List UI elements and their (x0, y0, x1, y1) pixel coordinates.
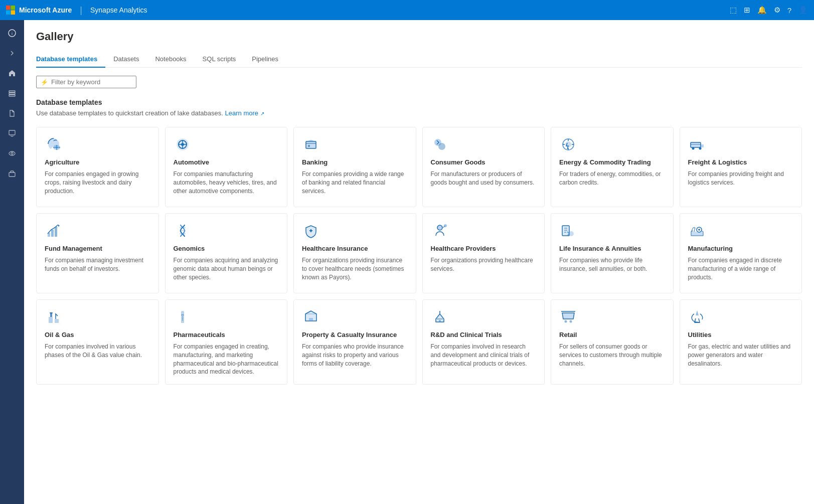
tab-datasets[interactable]: Datasets (105, 51, 147, 68)
card-title-automotive: Automotive (174, 158, 279, 166)
card-property-casualty[interactable]: Property & Casualty InsuranceFor compani… (293, 299, 416, 385)
sidebar-icon-home[interactable] (3, 64, 21, 82)
portal-icon[interactable]: ⬚ (730, 6, 737, 15)
svg-point-7 (11, 152, 13, 154)
tab-pipelines[interactable]: Pipelines (244, 51, 286, 68)
section-desc: Use database templates to quickstart cre… (36, 109, 802, 117)
sidebar-icon-expand[interactable] (3, 44, 21, 62)
svg-text:i: i (12, 31, 13, 36)
card-desc-freight: For companies providing freight and logi… (688, 170, 794, 187)
card-desc-property-casualty: For companies who provide insurance agai… (302, 343, 408, 368)
settings-icon[interactable]: ⚙ (774, 6, 780, 15)
user-icon[interactable]: 👤 (798, 6, 808, 15)
card-icon-retail (559, 308, 577, 326)
tab-notebooks[interactable]: Notebooks (147, 51, 194, 68)
card-icon-freight (688, 135, 706, 153)
sidebar-icon-file[interactable] (3, 104, 21, 122)
tab-sql-scripts[interactable]: SQL scripts (195, 51, 244, 68)
external-link-icon: ↗ (260, 111, 264, 116)
card-icon-agriculture (45, 135, 63, 153)
card-manufacturing[interactable]: ManufacturingFor companies engaged in di… (680, 213, 802, 293)
card-rnd[interactable]: R&D and Clinical TrialsFor companies inv… (422, 299, 545, 385)
card-desc-life-insurance: For companies who provide life insurance… (559, 256, 665, 273)
card-title-freight: Freight & Logistics (688, 158, 794, 166)
card-icon-banking (302, 135, 320, 153)
svg-rect-26 (51, 230, 54, 237)
card-title-genomics: Genomics (174, 245, 279, 252)
card-title-retail: Retail (559, 331, 665, 339)
card-desc-utilities: For gas, electric and water utilities an… (688, 343, 794, 368)
sidebar-icon-eye[interactable] (3, 144, 21, 162)
filter-input[interactable] (51, 78, 126, 86)
card-oil-gas[interactable]: Oil & GasFor companies involved in vario… (36, 299, 159, 385)
sidebar: i (0, 20, 24, 504)
filter-icon: ⚡ (41, 79, 48, 86)
card-agriculture[interactable]: AgricultureFor companies engaged in grow… (36, 127, 159, 207)
card-banking[interactable]: BankingFor companies providing a wide ra… (293, 127, 416, 207)
card-desc-consumer-goods: For manufacturers or producers of goods … (431, 170, 537, 187)
svg-rect-15 (308, 145, 310, 147)
card-desc-fund-management: For companies managing investment funds … (45, 256, 150, 273)
card-desc-manufacturing: For companies engaged in discrete manufa… (688, 256, 794, 281)
sidebar-icon-briefcase[interactable] (3, 164, 21, 183)
svg-rect-27 (55, 227, 57, 237)
svg-rect-39 (181, 315, 184, 323)
card-life-insurance[interactable]: Life Insurance & AnnuitiesFor companies … (551, 213, 674, 293)
card-genomics[interactable]: GenomicsFor companies acquiring and anal… (165, 213, 288, 293)
top-nav: Microsoft Azure | Synapse Analytics ⬚ ⊞ … (0, 0, 814, 20)
card-pharma[interactable]: PharmaceuticalsFor companies engaged in … (165, 299, 288, 385)
nav-divider: | (80, 5, 82, 16)
card-automotive[interactable]: AutomotiveFor companies manufacturing au… (165, 127, 288, 207)
card-desc-genomics: For companies acquiring and analyzing ge… (174, 256, 279, 281)
svg-rect-13 (306, 141, 316, 148)
bell-icon[interactable]: 🔔 (757, 6, 767, 15)
card-icon-pharma (174, 308, 192, 326)
filter-input-wrapper[interactable]: ⚡ (36, 76, 136, 88)
card-icon-automotive (174, 135, 192, 153)
card-freight[interactable]: Freight & LogisticsFor companies providi… (680, 127, 802, 207)
card-icon-manufacturing (688, 222, 706, 240)
sidebar-icon-layers[interactable] (3, 84, 21, 102)
card-retail[interactable]: RetailFor sellers of consumer goods or s… (551, 299, 674, 385)
tabs-bar: Database templates Datasets Notebooks SQ… (36, 51, 802, 68)
card-icon-oil-gas (45, 308, 63, 326)
svg-rect-22 (701, 144, 704, 147)
svg-rect-5 (9, 130, 15, 135)
sidebar-icon-chat[interactable] (3, 124, 21, 142)
card-icon-property-casualty (302, 308, 320, 326)
svg-rect-2 (9, 91, 15, 92)
svg-rect-4 (9, 95, 15, 96)
brand: Microsoft Azure (6, 6, 72, 15)
card-title-pharma: Pharmaceuticals (174, 331, 279, 339)
tab-database-templates[interactable]: Database templates (36, 51, 105, 68)
svg-point-12 (181, 143, 184, 146)
cards-container: AgricultureFor companies engaged in grow… (36, 127, 802, 385)
card-title-healthcare-providers: Healthcare Providers (431, 245, 537, 252)
card-consumer-goods[interactable]: Consumer GoodsFor manufacturers or produ… (422, 127, 545, 207)
product-name: Synapse Analytics (90, 6, 147, 14)
help-icon[interactable]: ? (787, 6, 791, 15)
svg-point-23 (692, 147, 694, 150)
cards-row-0: AgricultureFor companies engaged in grow… (36, 127, 802, 207)
card-utilities[interactable]: UtilitiesFor gas, electric and water uti… (680, 299, 802, 385)
card-healthcare-providers[interactable]: Healthcare ProvidersFor organizations pr… (422, 213, 545, 293)
card-icon-fund-management (45, 222, 63, 240)
card-icon-energy (559, 135, 577, 153)
card-icon-rnd (431, 308, 449, 326)
svg-point-33 (569, 231, 574, 236)
card-fund-management[interactable]: Fund ManagementFor companies managing in… (36, 213, 159, 293)
grid-icon[interactable]: ⊞ (744, 6, 750, 15)
card-desc-retail: For sellers of consumer goods or service… (559, 343, 665, 368)
card-energy[interactable]: Energy & Commodity TradingFor traders of… (551, 127, 674, 207)
sidebar-icon-info[interactable]: i (3, 24, 21, 42)
card-desc-pharma: For companies engaged in creating, manuf… (174, 343, 279, 376)
svg-rect-36 (49, 317, 53, 323)
svg-rect-40 (309, 318, 313, 321)
svg-point-42 (565, 320, 567, 323)
card-healthcare-insurance[interactable]: Healthcare InsuranceFor organizations pr… (293, 213, 416, 293)
svg-point-43 (570, 320, 572, 323)
svg-point-17 (438, 143, 445, 150)
learn-more-link[interactable]: Learn more (225, 109, 258, 117)
card-desc-oil-gas: For companies involved in various phases… (45, 343, 150, 360)
cards-row-1: Fund ManagementFor companies managing in… (36, 213, 802, 293)
